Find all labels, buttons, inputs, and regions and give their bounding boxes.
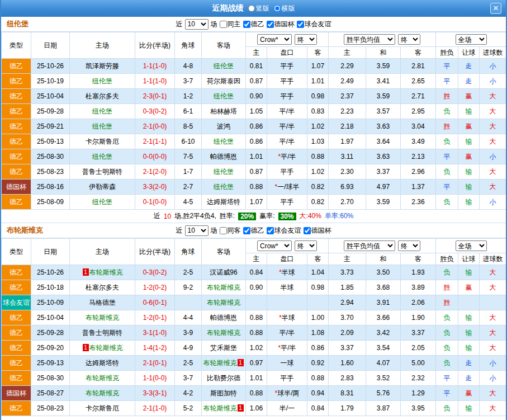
team-name-text: 纽伦堡 xyxy=(214,92,234,100)
home-handicap-odds: 0.86 xyxy=(246,134,267,149)
handicap-final-select[interactable]: 终 xyxy=(295,34,317,45)
handicap-line: 平/半 xyxy=(267,134,307,149)
match-date: 25-09-20 xyxy=(31,341,70,356)
away-win-odds: 5.00 xyxy=(401,356,436,371)
away-handicap-odds xyxy=(307,295,329,310)
goals-result: 大 xyxy=(480,401,506,416)
same-venue-checkbox[interactable] xyxy=(220,227,227,234)
home-win-odds: 3.37 xyxy=(329,341,366,356)
away-win-odds: 1.29 xyxy=(401,386,436,401)
match-count-select[interactable]: 10 xyxy=(185,225,209,236)
horizontal-radio[interactable] xyxy=(274,5,281,12)
league-filter-checkbox-option[interactable]: 德乙 xyxy=(243,20,264,29)
away-win-odds: 2.36 xyxy=(401,195,436,210)
away-handicap-odds: 0.88 xyxy=(307,371,329,386)
team-name: 布轮斯维克 xyxy=(7,225,43,235)
league-filter-checkbox-option[interactable]: 德国杯 xyxy=(304,226,331,235)
match-type: 德乙 xyxy=(2,265,31,280)
home-handicap-odds: 1.07 xyxy=(246,195,267,210)
team-name-text: 布轮斯维克 xyxy=(203,359,237,367)
corners: 1-7 xyxy=(175,164,202,180)
column-header: 日期 xyxy=(31,239,70,265)
over-rate: 大:40% xyxy=(300,211,321,221)
layout-vertical-option[interactable]: 竖版 xyxy=(248,4,269,13)
layout-horizontal-option[interactable]: 横版 xyxy=(274,4,295,13)
home-team: 纽伦堡 xyxy=(70,149,135,164)
scope-select[interactable]: 全场 xyxy=(456,34,487,45)
result: 负 xyxy=(436,265,458,280)
league-filter-checkbox[interactable] xyxy=(243,227,250,234)
home-team: 1布轮斯维克 xyxy=(70,341,135,356)
avg-odds-select[interactable]: 胜平负均值 xyxy=(344,34,395,45)
table-body: 德乙25-10-261布轮斯维克0-3(0-2)2-5汉诺威960.84*半球1… xyxy=(2,265,506,416)
away-team: 纽伦堡 xyxy=(202,180,246,195)
league-filter-checkbox-option[interactable]: 德乙 xyxy=(243,226,264,235)
odds-company-select[interactable]: Crow* xyxy=(257,240,292,251)
team-name-text: 马格德堡 xyxy=(89,299,116,306)
away-handicap-odds: 1.02 xyxy=(307,164,329,180)
away-team: 帕德博恩 xyxy=(202,149,246,164)
draw-odds: 3.63 xyxy=(366,149,401,164)
goals-result: 大 xyxy=(480,310,506,325)
league-filter-checkbox-option[interactable]: 球会友谊 xyxy=(297,20,331,29)
home-team: 纽伦堡 xyxy=(70,104,135,119)
corners xyxy=(175,295,202,310)
match-type: 德乙 xyxy=(2,149,31,164)
match-type: 球会友谊 xyxy=(2,295,31,310)
same-venue-checkbox[interactable] xyxy=(220,21,227,28)
odds-final-select[interactable]: 终 xyxy=(398,240,420,251)
column-header: 类型 xyxy=(2,239,31,265)
match-date: 25-08-23 xyxy=(31,164,70,180)
scope-select-group: 全场 xyxy=(436,239,506,253)
corners: 6-10 xyxy=(175,134,202,149)
avg-odds-select[interactable]: 胜平负均值 xyxy=(344,240,395,251)
asian-rate-label: 赢率: xyxy=(259,211,274,221)
league-filter-checkbox[interactable] xyxy=(243,21,250,28)
league-filter-checkbox[interactable] xyxy=(267,21,274,28)
match-row: 德乙25-10-26凯泽斯劳滕1-1(1-0)4-8纽伦堡0.81平手1.072… xyxy=(2,59,506,74)
dialog-title: 近期战绩 xyxy=(212,3,244,13)
league-filter-checkbox[interactable] xyxy=(267,227,274,234)
away-win-odds: 2.81 xyxy=(401,59,436,74)
column-header: 客 xyxy=(401,47,436,59)
home-team: 凯泽斯劳滕 xyxy=(70,59,135,74)
league-filter-checkbox[interactable] xyxy=(304,227,311,234)
goals-result: 大 xyxy=(480,104,506,119)
corners: 1-2 xyxy=(175,89,202,104)
scope-select[interactable]: 全场 xyxy=(456,240,487,251)
column-header: 客 xyxy=(401,253,436,265)
handicap-result: 输 xyxy=(458,195,480,210)
column-header: 主 xyxy=(329,253,366,265)
handicap-text: 平/半 xyxy=(281,153,296,161)
close-icon[interactable]: ✕ xyxy=(490,3,501,14)
match-type: 德乙 xyxy=(2,104,31,119)
league-filter-checkbox-option[interactable]: 德国杯 xyxy=(267,20,295,29)
league-filter-checkbox[interactable] xyxy=(297,21,304,28)
match-count-select[interactable]: 10 xyxy=(185,19,209,30)
same-venue-checkbox-option[interactable]: 同客 xyxy=(220,226,241,235)
result: 平 xyxy=(436,386,458,401)
scope-selects: 全场 xyxy=(436,34,506,45)
away-team: 波鸿 xyxy=(202,119,246,134)
team-name-text: 斯图加特 xyxy=(210,389,237,397)
same-venue-checkbox-option[interactable]: 同主 xyxy=(220,20,241,29)
odds-final-select[interactable]: 终 xyxy=(398,34,420,45)
away-handicap-odds: 0.84 xyxy=(307,401,329,416)
draw-odds: 4.07 xyxy=(366,356,401,371)
handicap-line: 平手 xyxy=(267,59,307,74)
odds-company-select[interactable]: Crow* xyxy=(257,34,292,45)
column-header: 客 xyxy=(307,253,329,265)
draw-odds: 3.63 xyxy=(366,119,401,134)
corners: 5-2 xyxy=(175,401,202,416)
match-date: 25-08-09 xyxy=(31,195,70,210)
league-filter-checkbox-option[interactable]: 球会友谊 xyxy=(267,226,301,235)
column-header: 类型 xyxy=(2,32,31,59)
away-win-odds: 1.93 xyxy=(401,265,436,280)
goals-result: 大 xyxy=(480,325,506,341)
match-date: 25-08-23 xyxy=(31,401,70,416)
home-team: 卡尔斯鲁厄 xyxy=(70,134,135,149)
vertical-radio[interactable] xyxy=(248,5,255,12)
team-name-text: 布轮斯维克 xyxy=(207,299,240,306)
draw-odds: 3.52 xyxy=(366,371,401,386)
handicap-final-select[interactable]: 终 xyxy=(295,240,317,251)
